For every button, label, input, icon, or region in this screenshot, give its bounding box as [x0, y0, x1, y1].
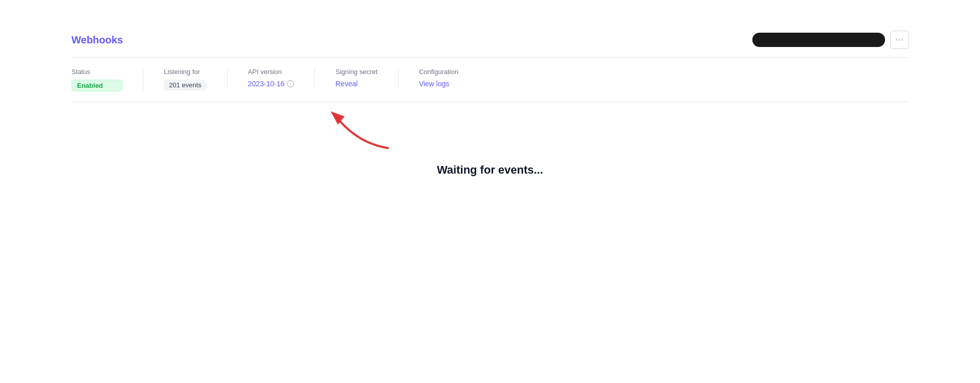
status-badge: Enabled: [71, 80, 122, 91]
svg-marker-0: [331, 111, 345, 125]
header-row: Webhooks ···: [71, 31, 909, 49]
content-area: Webhooks ··· Status Enabled Listening fo…: [0, 0, 980, 177]
redacted-url-bar: [752, 33, 885, 47]
more-options-button[interactable]: ···: [890, 31, 909, 49]
api-version-link[interactable]: 2023-10-16: [248, 80, 285, 88]
arrow-annotation: [316, 102, 408, 163]
waiting-text: Waiting for events...: [437, 163, 543, 177]
status-label: Status: [71, 68, 122, 76]
status-cell: Status Enabled: [71, 68, 143, 91]
api-version-label: API version: [248, 68, 295, 76]
info-row: Status Enabled Listening for 201 events …: [71, 58, 909, 102]
webhooks-title[interactable]: Webhooks: [71, 34, 123, 46]
listening-for-label: Listening for: [164, 68, 207, 76]
header-right: ···: [752, 31, 909, 49]
view-logs-link[interactable]: View logs: [419, 80, 458, 88]
listening-for-cell: Listening for 201 events: [143, 68, 227, 90]
events-badge: 201 events: [164, 80, 207, 90]
api-version-cell: API version 2023-10-16 i: [227, 68, 315, 88]
configuration-cell: Configuration View logs: [398, 68, 479, 88]
reveal-link[interactable]: Reveal: [335, 80, 377, 88]
waiting-section: Waiting for events...: [71, 163, 909, 177]
signing-secret-cell: Signing secret Reveal: [314, 68, 398, 88]
page-container: Webhooks ··· Status Enabled Listening fo…: [0, 0, 980, 383]
signing-secret-label: Signing secret: [335, 68, 377, 76]
configuration-label: Configuration: [419, 68, 458, 76]
api-version-info-icon[interactable]: i: [287, 80, 294, 87]
